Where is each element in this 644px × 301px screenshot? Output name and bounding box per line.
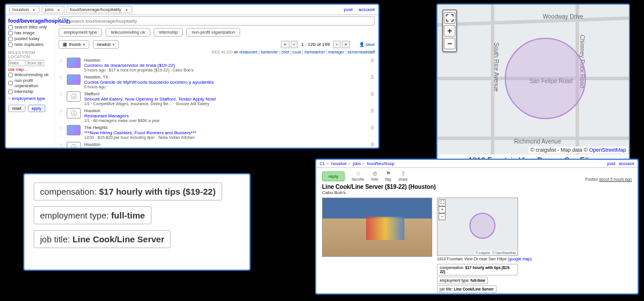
category-heading[interactable]: food/beverage/hospitality ‹ xyxy=(8,17,52,24)
crumb-jobs2[interactable]: jobs xyxy=(353,161,361,166)
seealso-dishwasher[interactable]: dishwasher xyxy=(305,50,325,54)
flag-action[interactable]: ⚑flag xyxy=(385,170,391,181)
minimap-fullscreen[interactable]: ⛶ xyxy=(439,199,446,206)
filter-nonprofit[interactable]: non-profit organization xyxy=(8,78,52,88)
hide-result-icon[interactable]: 🗑 xyxy=(370,91,375,106)
post-link2[interactable]: post xyxy=(607,161,616,166)
pill-nonprofit[interactable]: non-profit organization xyxy=(186,28,240,37)
result-title-link[interactable]: Cocinero de línea/servidor de línea ($19… xyxy=(84,63,175,68)
reset-button[interactable]: reset xyxy=(8,105,26,112)
filter-titles-only[interactable]: search titles only xyxy=(8,24,52,30)
main-photo[interactable] xyxy=(322,198,432,257)
fav-star-icon[interactable]: ☆ xyxy=(59,125,63,139)
pager-next[interactable]: › xyxy=(333,41,341,48)
map-fullscreen-button[interactable]: ⛶ xyxy=(444,12,455,24)
filter-internship[interactable]: internship xyxy=(8,89,52,94)
filter-telecommute-checkbox[interactable] xyxy=(8,73,13,77)
employment-type-expand[interactable]: employment type xyxy=(8,96,52,101)
post-link[interactable]: post xyxy=(344,7,353,12)
filter-dupes-checkbox[interactable] xyxy=(8,42,13,47)
share-action[interactable]: ⇪share xyxy=(398,170,407,181)
hide-result-icon[interactable]: 🗑 xyxy=(370,58,375,72)
crumb-city[interactable]: houston xyxy=(9,6,39,13)
pill-internship[interactable]: internship xyxy=(154,28,183,37)
pager-first[interactable]: « xyxy=(281,41,289,48)
seealso-all[interactable]: all restaurant xyxy=(234,50,257,54)
from-zip-input[interactable] xyxy=(27,60,44,66)
filter-telecommute[interactable]: telecommuting ok xyxy=(8,72,52,77)
save-search[interactable]: 👤 save xyxy=(359,42,375,47)
filter-nonprofit-checkbox[interactable] xyxy=(8,81,13,85)
result-row[interactable]: ☆The Heights***Now Hiring Cashiers, Food… xyxy=(59,124,375,141)
result-row[interactable]: ☆HoustonCocinero de línea/servidor de lí… xyxy=(59,56,375,73)
pill-telecommute[interactable]: telecommuting ok xyxy=(106,28,150,37)
crumb-category[interactable]: food/beverage/hospitality xyxy=(67,6,132,13)
result-title-link[interactable]: Cocina Grande de MyFitFoods buscando coc… xyxy=(84,80,214,85)
result-thumb[interactable] xyxy=(67,125,81,135)
filter-has-image[interactable]: has image xyxy=(8,30,52,35)
result-thumb[interactable]: ☮ xyxy=(67,142,81,149)
result-row[interactable]: ☆Houston, TXCocina Grande de MyFitFoods … xyxy=(59,73,375,90)
result-row[interactable]: ☆☮HoustonRestaurant Managers1/1 · All ma… xyxy=(59,107,375,124)
filter-today-checkbox[interactable] xyxy=(8,37,13,41)
search-bar[interactable]: 🔍 xyxy=(59,16,375,26)
seealso-bartender[interactable]: bartender xyxy=(261,50,278,54)
result-thumb[interactable] xyxy=(67,58,81,68)
hide-result-icon[interactable]: 🗑 xyxy=(370,74,375,89)
filter-internship-checkbox[interactable] xyxy=(8,89,13,94)
filter-titles-checkbox[interactable] xyxy=(8,25,13,30)
sort-toggle[interactable]: newest xyxy=(93,40,119,49)
account-link2[interactable]: account xyxy=(619,161,634,166)
crumb-cat2[interactable]: food/bev/hosp xyxy=(367,161,395,166)
result-title-link[interactable]: Restaurant Managers xyxy=(84,113,129,119)
account-link[interactable]: account xyxy=(359,7,375,12)
seealso-manager[interactable]: manager xyxy=(328,50,345,54)
result-thumb[interactable] xyxy=(67,74,81,85)
result-location: Houston xyxy=(84,58,194,63)
seealso-chef[interactable]: chef xyxy=(281,50,289,54)
fav-star-icon[interactable]: ☆ xyxy=(59,91,63,106)
map-canvas[interactable]: San Felipe Road Richmond Avenue Woodway … xyxy=(437,5,629,155)
search-input[interactable] xyxy=(70,19,372,24)
pager-prev[interactable]: ‹ xyxy=(291,41,298,48)
hide-result-icon[interactable]: 🗑 xyxy=(370,108,375,123)
filter-image-checkbox[interactable] xyxy=(8,31,13,35)
fav-star-icon[interactable]: ☆ xyxy=(59,108,63,123)
result-thumb[interactable]: ☮ xyxy=(67,91,81,102)
fav-star-icon[interactable]: ☆ xyxy=(59,74,63,89)
result-row[interactable]: ☆☮StaffordSnooze AM Eatery: Now Opening … xyxy=(59,90,375,107)
result-thumb[interactable]: ☮ xyxy=(67,108,81,119)
miles-input[interactable] xyxy=(8,60,26,66)
result-meta: 1/1 · Competitive Wages, Insurance, Dini… xyxy=(84,102,216,106)
pill-employment-type[interactable]: employment type xyxy=(59,28,102,37)
result-title-link[interactable]: ***Now Hiring Cashiers, Food Runners and… xyxy=(84,130,196,135)
reply-button[interactable]: reply xyxy=(322,171,345,181)
result-title-link[interactable]: Snooze AM Eatery: Now Opening in Staffor… xyxy=(84,96,216,102)
hide-result-icon[interactable]: 🗑 xyxy=(370,125,375,139)
apply-button[interactable]: apply xyxy=(28,105,46,112)
post-minimap[interactable]: ⛶ + − © craigslist · © OpenStreetMap xyxy=(437,198,518,256)
hide-result-icon[interactable]: 🗑 xyxy=(370,142,375,149)
hide-action[interactable]: ⊘hide xyxy=(371,170,378,181)
result-title-link[interactable]: Barista - Coffee Truck | Sawyer Yards xyxy=(84,147,161,149)
crumb-section[interactable]: jobs xyxy=(42,6,64,13)
pager-last[interactable]: » xyxy=(342,41,350,48)
filter-posted-today[interactable]: posted today xyxy=(8,36,52,41)
result-row[interactable]: ☆☮HoustonBarista - Coffee Truck | Sawyer… xyxy=(59,141,375,149)
osm-link[interactable]: OpenStreetMap xyxy=(589,147,626,153)
view-toggle[interactable]: ▦thumb xyxy=(59,40,89,49)
use-map-link[interactable]: use map… xyxy=(8,67,52,71)
seealso-cook[interactable]: cook xyxy=(292,50,301,54)
map-zoom-out-button[interactable]: − xyxy=(444,38,455,49)
minimap-zoom-in[interactable]: + xyxy=(439,206,446,213)
seealso-server[interactable]: server/waitstaff xyxy=(348,50,375,54)
crumb-city2[interactable]: houston xyxy=(331,161,347,166)
map-zoom-in-button[interactable]: + xyxy=(444,25,455,37)
minimap-zoom-out[interactable]: − xyxy=(439,213,446,220)
fav-star-icon[interactable]: ☆ xyxy=(59,142,63,149)
fav-star-icon[interactable]: ☆ xyxy=(59,58,63,72)
filter-hide-dupes[interactable]: hide duplicates xyxy=(8,42,52,47)
favorite-action[interactable]: ☆favorite xyxy=(352,170,364,181)
google-map-link[interactable]: (google map) xyxy=(508,257,531,261)
crumb-cl[interactable]: CL xyxy=(320,161,325,166)
